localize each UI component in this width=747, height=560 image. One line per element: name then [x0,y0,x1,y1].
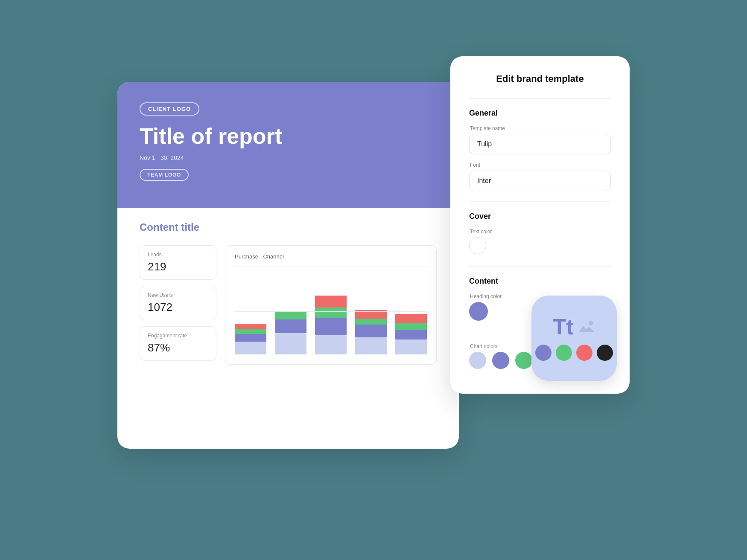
report-title: Title of report [140,124,437,148]
svg-point-1 [589,321,593,325]
bar-group-1 [235,324,266,354]
font-field-group: Font [469,162,611,191]
title-divider [469,98,611,99]
report-preview-panel: CLIENT LOGO Title of report Nov 1 - 30, … [117,82,459,449]
template-name-input[interactable] [469,134,611,154]
bar-group-3 [315,296,347,354]
chart-panel: Purchase - Channel [225,245,437,365]
template-name-field-group: Template name [469,125,611,154]
content-title: Content title [140,221,437,233]
report-cover: CLIENT LOGO Title of report Nov 1 - 30, … [117,82,459,208]
heading-color-swatch[interactable] [469,302,488,321]
general-divider [469,201,611,202]
chart-color-3[interactable] [515,352,532,369]
brand-icon-preview: Tt [531,296,617,381]
chart-title: Purchase - Channel [235,253,427,260]
bar-group-5 [395,314,427,354]
client-logo-badge: CLIENT LOGO [140,102,199,116]
stats-column: Leads 219 New Users 1072 Engagament rate… [140,245,216,361]
brand-dot-1 [535,345,551,361]
brand-dot-3 [576,345,592,361]
stat-label-new-users: New Users [148,292,208,298]
team-logo-badge: TEAM LOGO [140,169,189,181]
text-color-label: Text color [469,229,611,235]
chart-color-1[interactable] [469,352,486,369]
bar-group-4 [355,310,387,354]
stat-value-new-users: 1072 [148,301,208,314]
template-name-label: Template name [469,125,611,131]
image-icon [577,317,596,336]
section-cover: Cover Text color [469,212,611,256]
stat-card-engagement: Engagament rate 87% [140,326,216,361]
svg-rect-0 [577,317,596,336]
section-general: General Template name Font [469,109,611,191]
bar-chart [235,267,427,356]
brand-tt-label: Tt [552,316,573,338]
text-color-field-group: Text color [469,229,611,256]
chart-color-2[interactable] [492,352,509,369]
edit-brand-panel: Edit brand template General Template nam… [450,56,630,394]
general-heading: General [469,109,611,118]
report-content: Content title Leads 219 New Users 1072 E… [117,208,459,378]
text-color-swatch[interactable] [469,237,486,254]
brand-dot-2 [556,345,572,361]
font-input[interactable] [469,171,611,191]
brand-dot-4 [597,345,613,361]
content-heading: Content [469,277,611,286]
panel-title: Edit brand template [469,73,611,84]
stat-label-engagement: Engagament rate [148,333,208,339]
cover-divider [469,266,611,267]
font-label: Font [469,162,611,168]
cover-heading: Cover [469,212,611,221]
content-grid: Leads 219 New Users 1072 Engagament rate… [140,245,437,365]
brand-dots-row [535,345,613,361]
stat-card-new-users: New Users 1072 [140,286,216,320]
stat-value-leads: 219 [148,260,208,273]
brand-icon-top: Tt [552,316,595,338]
report-date: Nov 1 - 30, 2024 [140,154,437,161]
stat-label-leads: Leads [148,252,208,258]
stat-value-engagement: 87% [148,341,208,354]
stat-card-leads: Leads 219 [140,245,216,280]
bar-group-2 [275,311,306,354]
